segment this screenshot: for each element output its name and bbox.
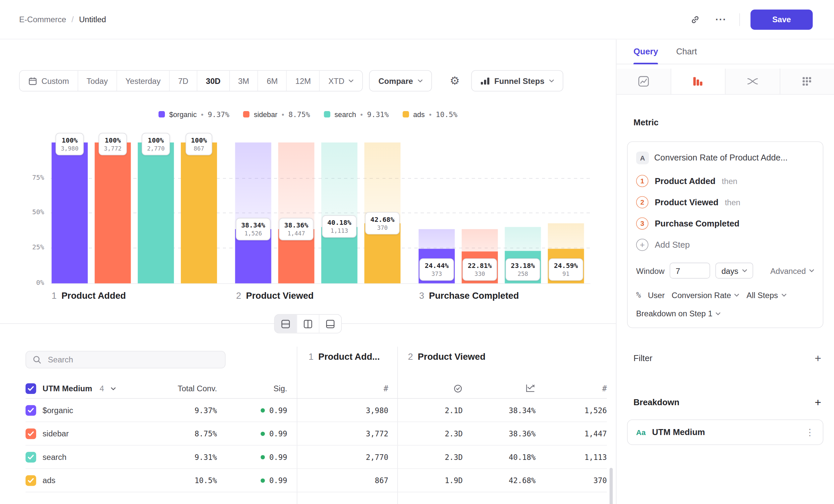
step1-count: 867 xyxy=(287,476,389,485)
funnel-bar[interactable]: 23.18%258 xyxy=(505,143,541,283)
kebab-menu-icon[interactable]: ⋮ xyxy=(805,427,814,438)
add-step-button[interactable]: + Add Step xyxy=(636,239,814,251)
table-row[interactable]: $organic 9.37% 0.99 3,980 2.1D 38.34% 1,… xyxy=(25,398,607,422)
window-unit-select[interactable]: days xyxy=(716,262,753,278)
flows-tab[interactable] xyxy=(726,69,780,94)
table-row[interactable]: ads 10.5% 0.99 867 1.9D 42.68% 370 xyxy=(25,469,607,492)
bar-pct: 38.34% xyxy=(241,221,265,229)
bar-count: 370 xyxy=(371,224,394,232)
window-value-input[interactable] xyxy=(670,262,710,278)
row-checkbox[interactable] xyxy=(25,452,36,462)
metric-card: A Conversion Rate of Product Adde... 1 P… xyxy=(627,141,824,328)
layout-split-horizontal-button[interactable] xyxy=(275,315,297,333)
query-step-2[interactable]: 2 Product Viewed then xyxy=(636,196,814,209)
legend-item[interactable]: sidebar • 8.75% xyxy=(243,110,310,119)
funnel-bar[interactable]: 40.18%1,113 xyxy=(321,143,357,283)
add-breakdown-button[interactable]: + xyxy=(815,396,821,408)
bar-pct: 40.18% xyxy=(327,219,351,227)
range-custom[interactable]: Custom xyxy=(20,71,77,91)
row-name-cell: ads xyxy=(25,475,132,486)
range-30d-selected[interactable]: 30D xyxy=(197,71,229,91)
breakdown-on-step-select[interactable]: Breakdown on Step 1 xyxy=(636,309,814,318)
tab-chart[interactable]: Chart xyxy=(676,40,697,64)
row-checkbox[interactable] xyxy=(25,405,36,415)
count-column-icon[interactable]: # xyxy=(287,384,389,393)
step2-avg-time: 2.3D xyxy=(388,429,462,438)
legend-label: search xyxy=(334,110,356,118)
funnel-bar[interactable]: 24.44%373 xyxy=(419,143,455,283)
table-scrollbar[interactable] xyxy=(609,468,613,504)
header-divider xyxy=(740,13,740,25)
metric-heading: Metric xyxy=(634,118,659,128)
funnels-tab-selected[interactable] xyxy=(671,69,726,94)
layout-bottom-panel-button[interactable] xyxy=(319,315,341,333)
legend-item[interactable]: search • 9.31% xyxy=(324,110,389,119)
save-button[interactable]: Save xyxy=(750,9,813,29)
bar-count: 258 xyxy=(511,271,535,278)
funnel-bar[interactable]: 22.81%330 xyxy=(462,143,498,283)
total-conv-column-header[interactable]: Total Conv. xyxy=(132,384,217,393)
range-label: 30D xyxy=(206,76,221,85)
funnel-bar[interactable]: 42.68%370 xyxy=(364,143,400,283)
metric-letter-badge: A xyxy=(636,152,649,164)
range-today[interactable]: Today xyxy=(78,71,116,91)
select-all-checkbox[interactable] xyxy=(25,383,36,394)
tab-query[interactable]: Query xyxy=(634,40,658,64)
query-step-1[interactable]: 1 Product Added then xyxy=(636,175,814,187)
chart-type-select[interactable]: Funnel Steps xyxy=(471,70,563,92)
funnel-bars-icon xyxy=(693,76,703,87)
sig-column-header[interactable]: Sig. xyxy=(217,384,287,393)
range-12m[interactable]: 12M xyxy=(286,71,320,91)
retention-tab[interactable] xyxy=(780,69,834,94)
legend-value: 8.75% xyxy=(288,110,310,119)
table-row[interactable]: search 9.31% 0.99 2,770 2.3D 40.18% 1,11… xyxy=(25,445,607,469)
count-column-icon[interactable]: # xyxy=(536,384,607,393)
measure-metric-select[interactable]: Conversion Rate xyxy=(672,291,740,299)
step-number: 2 xyxy=(236,291,241,301)
funnel-bar[interactable]: 38.36%1,447 xyxy=(278,143,314,283)
significance-dot xyxy=(261,431,265,436)
insights-tab[interactable] xyxy=(616,69,671,94)
avg-time-column-header[interactable] xyxy=(388,383,462,394)
chevron-down-icon[interactable] xyxy=(110,387,116,390)
breakdown-property-card[interactable]: Aa UTM Medium ⋮ xyxy=(627,419,824,445)
compare-button[interactable]: Compare xyxy=(369,70,432,92)
row-checkbox[interactable] xyxy=(25,475,36,486)
range-6m[interactable]: 6M xyxy=(258,71,286,91)
split-horizontal-icon xyxy=(281,319,290,328)
legend-item[interactable]: ads • 10.5% xyxy=(402,110,457,119)
search-input[interactable] xyxy=(47,354,219,364)
table-row[interactable]: sidebar 8.75% 0.99 3,772 2.3D 38.36% 1,4… xyxy=(25,422,607,445)
group-column-label[interactable]: UTM Medium xyxy=(42,384,92,393)
query-step-3[interactable]: 3 Purchase Completed xyxy=(636,217,814,230)
funnel-bar[interactable]: 100%3,772 xyxy=(94,143,131,283)
significance-dot xyxy=(261,455,265,459)
bar-pct: 22.81% xyxy=(468,261,492,270)
metric-title-row[interactable]: A Conversion Rate of Product Adde... xyxy=(636,152,814,164)
check-icon xyxy=(27,431,34,436)
entity-select[interactable]: User xyxy=(648,291,665,299)
search-icon xyxy=(32,355,42,364)
range-yesterday[interactable]: Yesterday xyxy=(116,71,169,91)
more-menu-button[interactable]: ··· xyxy=(713,13,728,26)
legend-item[interactable]: $organic • 9.37% xyxy=(158,110,229,119)
chart-settings-button[interactable]: ⚙ xyxy=(447,72,462,89)
funnel-bar[interactable]: 100%3,980 xyxy=(52,143,88,283)
conversion-column-header[interactable] xyxy=(463,383,536,394)
share-link-button[interactable] xyxy=(688,12,703,27)
advanced-toggle[interactable]: Advanced xyxy=(770,266,814,275)
steps-scope-select[interactable]: All Steps xyxy=(746,291,787,299)
funnel-bar[interactable]: 100%2,770 xyxy=(138,143,174,283)
breadcrumb-current[interactable]: Untitled xyxy=(79,15,106,24)
range-7d[interactable]: 7D xyxy=(169,71,197,91)
add-filter-button[interactable]: + xyxy=(815,352,821,364)
funnel-bar[interactable]: 100%867 xyxy=(181,143,217,283)
sig-value: 0.99 xyxy=(269,406,287,414)
range-xtd[interactable]: XTD xyxy=(320,71,363,91)
funnel-bar[interactable]: 38.34%1,526 xyxy=(235,143,271,283)
layout-split-vertical-button[interactable] xyxy=(297,315,319,333)
range-3m[interactable]: 3M xyxy=(229,71,258,91)
row-checkbox[interactable] xyxy=(25,428,36,439)
funnel-bar[interactable]: 24.59%91 xyxy=(548,143,584,283)
breadcrumb-parent[interactable]: E-Commerce xyxy=(19,15,66,24)
